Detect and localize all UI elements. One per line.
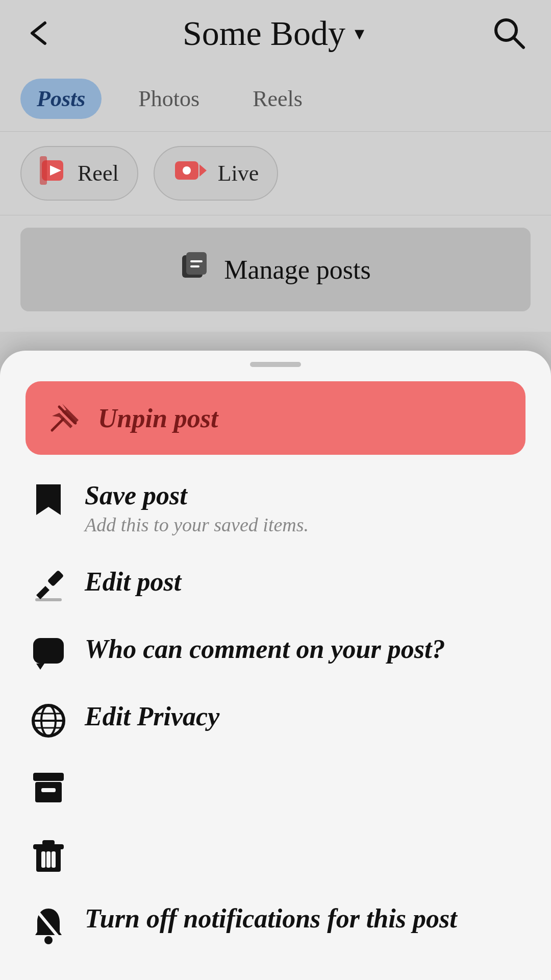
comment-settings-text: Who can comment on your post?	[85, 634, 445, 664]
edit-privacy-item[interactable]: Edit Privacy	[26, 686, 525, 753]
svg-rect-31	[46, 851, 51, 868]
bell-off-icon	[31, 905, 66, 944]
reel-icon	[40, 156, 68, 190]
archive-icon	[31, 771, 66, 805]
unpin-post-item[interactable]: Unpin post	[26, 381, 525, 455]
live-icon	[173, 156, 209, 190]
notifications-text: Turn off notifications for this post	[85, 903, 457, 934]
save-post-item[interactable]: Save post Add this to your saved items.	[26, 465, 525, 551]
svg-line-12	[52, 419, 63, 430]
tab-posts[interactable]: Posts	[20, 79, 102, 119]
tab-reels[interactable]: Reels	[236, 79, 319, 119]
live-button[interactable]: Live	[154, 146, 279, 201]
svg-line-1	[514, 38, 523, 47]
unpin-icon	[48, 400, 83, 436]
dropdown-arrow-icon[interactable]: ▾	[355, 22, 364, 44]
delete-item[interactable]	[26, 821, 525, 888]
edit-privacy-text: Edit Privacy	[85, 701, 219, 731]
svg-point-33	[44, 936, 53, 944]
svg-marker-15	[36, 586, 49, 599]
trash-icon	[31, 838, 66, 873]
pencil-icon	[31, 569, 66, 603]
save-post-label: Save post	[85, 480, 309, 510]
sheet-content: Unpin post Save post Add this to your sa…	[0, 381, 551, 960]
tab-photos[interactable]: Photos	[122, 79, 216, 119]
save-post-sublabel: Add this to your saved items.	[85, 513, 309, 536]
search-icon	[492, 16, 527, 51]
svg-rect-32	[52, 851, 56, 868]
bookmark-icon	[31, 482, 66, 517]
unpin-post-label: Unpin post	[98, 403, 218, 433]
action-row: Reel Live	[0, 132, 551, 215]
page-title[interactable]: Some Body ▾	[183, 13, 364, 54]
reel-label: Reel	[78, 160, 119, 186]
svg-point-6	[183, 166, 191, 175]
sheet-handle	[250, 362, 301, 367]
svg-rect-17	[33, 638, 64, 664]
search-button[interactable]	[492, 16, 527, 51]
manage-posts-label: Manage posts	[224, 255, 370, 285]
edit-post-text: Edit post	[85, 567, 181, 597]
reel-button[interactable]: Reel	[20, 146, 138, 201]
title-text: Some Body	[183, 13, 345, 54]
top-bar: Some Body ▾	[0, 0, 551, 66]
svg-rect-10	[190, 260, 203, 262]
edit-post-item[interactable]: Edit post	[26, 551, 525, 619]
svg-rect-16	[35, 598, 62, 601]
manage-posts-icon	[180, 250, 213, 289]
edit-privacy-label: Edit Privacy	[85, 701, 219, 731]
edit-post-label: Edit post	[85, 567, 181, 597]
back-icon	[24, 18, 55, 48]
notifications-item[interactable]: Turn off notifications for this post	[26, 888, 525, 960]
svg-rect-30	[41, 851, 45, 868]
svg-rect-11	[190, 265, 199, 267]
comment-icon	[31, 636, 66, 671]
live-label: Live	[218, 160, 259, 186]
tabs-row: Posts Photos Reels	[0, 66, 551, 132]
archive-item[interactable]	[26, 753, 525, 821]
svg-rect-9	[186, 252, 207, 275]
svg-rect-24	[33, 773, 64, 781]
globe-icon	[31, 703, 66, 738]
svg-rect-26	[41, 788, 56, 792]
manage-row: Manage posts	[0, 215, 551, 332]
save-post-text: Save post Add this to your saved items.	[85, 480, 309, 536]
back-button[interactable]	[24, 18, 55, 48]
notifications-label: Turn off notifications for this post	[85, 903, 457, 934]
comment-settings-item[interactable]: Who can comment on your post?	[26, 619, 525, 686]
svg-marker-18	[36, 664, 44, 670]
svg-rect-14	[47, 570, 64, 587]
manage-posts-button[interactable]: Manage posts	[20, 228, 531, 311]
bottom-sheet: Unpin post Save post Add this to your sa…	[0, 351, 551, 980]
comment-settings-label: Who can comment on your post?	[85, 634, 445, 664]
svg-marker-7	[199, 164, 207, 177]
svg-rect-29	[42, 840, 55, 845]
svg-rect-4	[40, 156, 47, 185]
